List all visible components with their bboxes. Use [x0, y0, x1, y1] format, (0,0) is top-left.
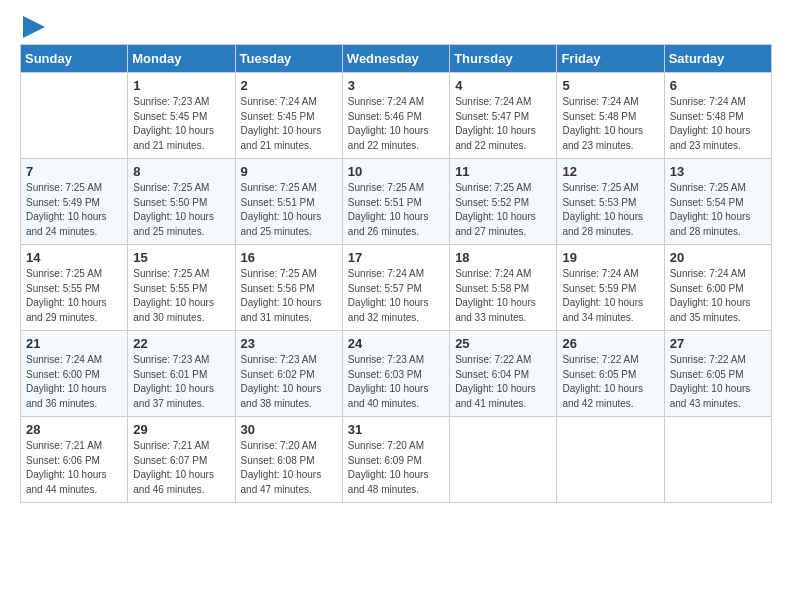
- daylight-minutes: and 43 minutes.: [670, 398, 741, 409]
- sunset-label: Sunset: 6:02 PM: [241, 369, 315, 380]
- day-detail: Sunrise: 7:20 AMSunset: 6:08 PMDaylight:…: [241, 439, 337, 497]
- day-detail: Sunrise: 7:25 AMSunset: 5:54 PMDaylight:…: [670, 181, 766, 239]
- sunset-label: Sunset: 5:54 PM: [670, 197, 744, 208]
- day-number: 14: [26, 250, 122, 265]
- daylight-minutes: and 33 minutes.: [455, 312, 526, 323]
- day-number: 5: [562, 78, 658, 93]
- sunset-label: Sunset: 6:01 PM: [133, 369, 207, 380]
- day-number: 6: [670, 78, 766, 93]
- sunrise-label: Sunrise: 7:20 AM: [348, 440, 424, 451]
- daylight-label: Daylight: 10 hours: [348, 297, 429, 308]
- sunrise-label: Sunrise: 7:23 AM: [133, 354, 209, 365]
- sunrise-label: Sunrise: 7:25 AM: [670, 182, 746, 193]
- calendar-cell: 14Sunrise: 7:25 AMSunset: 5:55 PMDayligh…: [21, 245, 128, 331]
- day-number: 1: [133, 78, 229, 93]
- daylight-label: Daylight: 10 hours: [670, 383, 751, 394]
- daylight-label: Daylight: 10 hours: [562, 297, 643, 308]
- sunset-label: Sunset: 6:05 PM: [562, 369, 636, 380]
- daylight-minutes: and 35 minutes.: [670, 312, 741, 323]
- sunrise-label: Sunrise: 7:25 AM: [133, 268, 209, 279]
- day-number: 18: [455, 250, 551, 265]
- day-number: 31: [348, 422, 444, 437]
- sunset-label: Sunset: 5:46 PM: [348, 111, 422, 122]
- day-number: 17: [348, 250, 444, 265]
- sunrise-label: Sunrise: 7:21 AM: [133, 440, 209, 451]
- sunset-label: Sunset: 6:07 PM: [133, 455, 207, 466]
- sunrise-label: Sunrise: 7:22 AM: [455, 354, 531, 365]
- calendar-cell: 18Sunrise: 7:24 AMSunset: 5:58 PMDayligh…: [450, 245, 557, 331]
- daylight-minutes: and 21 minutes.: [133, 140, 204, 151]
- daylight-label: Daylight: 10 hours: [241, 297, 322, 308]
- sunset-label: Sunset: 6:00 PM: [26, 369, 100, 380]
- daylight-minutes: and 37 minutes.: [133, 398, 204, 409]
- day-number: 8: [133, 164, 229, 179]
- day-detail: Sunrise: 7:23 AMSunset: 6:03 PMDaylight:…: [348, 353, 444, 411]
- weekday-header-saturday: Saturday: [664, 45, 771, 73]
- sunrise-label: Sunrise: 7:20 AM: [241, 440, 317, 451]
- sunrise-label: Sunrise: 7:23 AM: [241, 354, 317, 365]
- daylight-minutes: and 48 minutes.: [348, 484, 419, 495]
- day-number: 13: [670, 164, 766, 179]
- daylight-minutes: and 32 minutes.: [348, 312, 419, 323]
- logo-arrow-icon: [23, 16, 45, 38]
- daylight-minutes: and 41 minutes.: [455, 398, 526, 409]
- day-number: 29: [133, 422, 229, 437]
- sunset-label: Sunset: 5:56 PM: [241, 283, 315, 294]
- daylight-minutes: and 23 minutes.: [562, 140, 633, 151]
- sunrise-label: Sunrise: 7:24 AM: [455, 268, 531, 279]
- day-detail: Sunrise: 7:25 AMSunset: 5:56 PMDaylight:…: [241, 267, 337, 325]
- day-number: 4: [455, 78, 551, 93]
- sunset-label: Sunset: 5:57 PM: [348, 283, 422, 294]
- day-detail: Sunrise: 7:21 AMSunset: 6:06 PMDaylight:…: [26, 439, 122, 497]
- calendar-cell: 20Sunrise: 7:24 AMSunset: 6:00 PMDayligh…: [664, 245, 771, 331]
- sunset-label: Sunset: 5:45 PM: [241, 111, 315, 122]
- day-number: 26: [562, 336, 658, 351]
- daylight-minutes: and 34 minutes.: [562, 312, 633, 323]
- sunset-label: Sunset: 6:06 PM: [26, 455, 100, 466]
- daylight-label: Daylight: 10 hours: [562, 211, 643, 222]
- sunrise-label: Sunrise: 7:25 AM: [348, 182, 424, 193]
- calendar-cell: 7Sunrise: 7:25 AMSunset: 5:49 PMDaylight…: [21, 159, 128, 245]
- weekday-header-friday: Friday: [557, 45, 664, 73]
- day-number: 9: [241, 164, 337, 179]
- daylight-label: Daylight: 10 hours: [348, 383, 429, 394]
- daylight-minutes: and 27 minutes.: [455, 226, 526, 237]
- calendar-week-5: 28Sunrise: 7:21 AMSunset: 6:06 PMDayligh…: [21, 417, 772, 503]
- sunrise-label: Sunrise: 7:21 AM: [26, 440, 102, 451]
- calendar-cell: 4Sunrise: 7:24 AMSunset: 5:47 PMDaylight…: [450, 73, 557, 159]
- calendar-cell: 3Sunrise: 7:24 AMSunset: 5:46 PMDaylight…: [342, 73, 449, 159]
- daylight-minutes: and 26 minutes.: [348, 226, 419, 237]
- day-number: 22: [133, 336, 229, 351]
- sunset-label: Sunset: 6:05 PM: [670, 369, 744, 380]
- daylight-minutes: and 47 minutes.: [241, 484, 312, 495]
- daylight-label: Daylight: 10 hours: [348, 211, 429, 222]
- day-number: 27: [670, 336, 766, 351]
- day-number: 3: [348, 78, 444, 93]
- sunset-label: Sunset: 5:58 PM: [455, 283, 529, 294]
- calendar-week-1: 1Sunrise: 7:23 AMSunset: 5:45 PMDaylight…: [21, 73, 772, 159]
- day-detail: Sunrise: 7:24 AMSunset: 5:47 PMDaylight:…: [455, 95, 551, 153]
- sunset-label: Sunset: 5:50 PM: [133, 197, 207, 208]
- calendar-cell: [664, 417, 771, 503]
- sunset-label: Sunset: 6:04 PM: [455, 369, 529, 380]
- daylight-label: Daylight: 10 hours: [133, 383, 214, 394]
- daylight-minutes: and 29 minutes.: [26, 312, 97, 323]
- svg-marker-0: [23, 16, 45, 38]
- day-detail: Sunrise: 7:24 AMSunset: 5:45 PMDaylight:…: [241, 95, 337, 153]
- day-number: 25: [455, 336, 551, 351]
- calendar-cell: 21Sunrise: 7:24 AMSunset: 6:00 PMDayligh…: [21, 331, 128, 417]
- day-detail: Sunrise: 7:25 AMSunset: 5:55 PMDaylight:…: [133, 267, 229, 325]
- sunset-label: Sunset: 5:53 PM: [562, 197, 636, 208]
- calendar-cell: 11Sunrise: 7:25 AMSunset: 5:52 PMDayligh…: [450, 159, 557, 245]
- daylight-minutes: and 24 minutes.: [26, 226, 97, 237]
- page: SundayMondayTuesdayWednesdayThursdayFrid…: [0, 0, 792, 513]
- sunrise-label: Sunrise: 7:24 AM: [562, 268, 638, 279]
- day-number: 21: [26, 336, 122, 351]
- daylight-minutes: and 36 minutes.: [26, 398, 97, 409]
- calendar-cell: 29Sunrise: 7:21 AMSunset: 6:07 PMDayligh…: [128, 417, 235, 503]
- day-number: 30: [241, 422, 337, 437]
- day-detail: Sunrise: 7:23 AMSunset: 6:01 PMDaylight:…: [133, 353, 229, 411]
- daylight-minutes: and 22 minutes.: [455, 140, 526, 151]
- day-detail: Sunrise: 7:22 AMSunset: 6:05 PMDaylight:…: [562, 353, 658, 411]
- day-detail: Sunrise: 7:25 AMSunset: 5:51 PMDaylight:…: [348, 181, 444, 239]
